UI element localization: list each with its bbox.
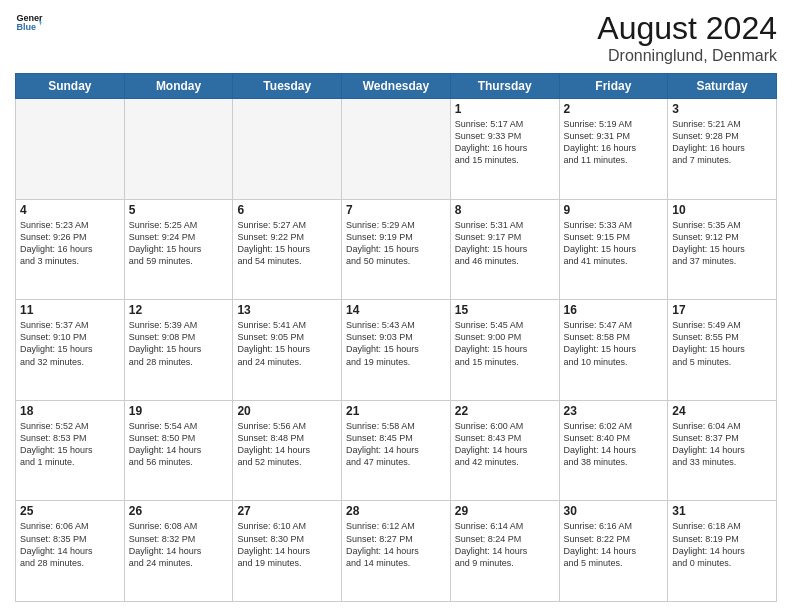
col-thursday: Thursday: [450, 74, 559, 99]
day-number: 1: [455, 102, 555, 116]
day-info: Sunrise: 6:16 AM Sunset: 8:22 PM Dayligh…: [564, 520, 664, 569]
day-number: 13: [237, 303, 337, 317]
table-row: 3Sunrise: 5:21 AM Sunset: 9:28 PM Daylig…: [668, 99, 777, 200]
day-info: Sunrise: 6:08 AM Sunset: 8:32 PM Dayligh…: [129, 520, 229, 569]
day-info: Sunrise: 5:52 AM Sunset: 8:53 PM Dayligh…: [20, 420, 120, 469]
day-number: 28: [346, 504, 446, 518]
table-row: 10Sunrise: 5:35 AM Sunset: 9:12 PM Dayli…: [668, 199, 777, 300]
day-info: Sunrise: 5:58 AM Sunset: 8:45 PM Dayligh…: [346, 420, 446, 469]
calendar-week-row: 25Sunrise: 6:06 AM Sunset: 8:35 PM Dayli…: [16, 501, 777, 602]
table-row: 29Sunrise: 6:14 AM Sunset: 8:24 PM Dayli…: [450, 501, 559, 602]
day-number: 6: [237, 203, 337, 217]
col-sunday: Sunday: [16, 74, 125, 99]
day-info: Sunrise: 6:18 AM Sunset: 8:19 PM Dayligh…: [672, 520, 772, 569]
day-number: 18: [20, 404, 120, 418]
day-number: 30: [564, 504, 664, 518]
day-number: 10: [672, 203, 772, 217]
table-row: 22Sunrise: 6:00 AM Sunset: 8:43 PM Dayli…: [450, 400, 559, 501]
day-info: Sunrise: 5:41 AM Sunset: 9:05 PM Dayligh…: [237, 319, 337, 368]
table-row: 17Sunrise: 5:49 AM Sunset: 8:55 PM Dayli…: [668, 300, 777, 401]
day-number: 27: [237, 504, 337, 518]
col-tuesday: Tuesday: [233, 74, 342, 99]
day-number: 9: [564, 203, 664, 217]
table-row: 23Sunrise: 6:02 AM Sunset: 8:40 PM Dayli…: [559, 400, 668, 501]
day-number: 12: [129, 303, 229, 317]
day-info: Sunrise: 5:49 AM Sunset: 8:55 PM Dayligh…: [672, 319, 772, 368]
table-row: 8Sunrise: 5:31 AM Sunset: 9:17 PM Daylig…: [450, 199, 559, 300]
table-row: 26Sunrise: 6:08 AM Sunset: 8:32 PM Dayli…: [124, 501, 233, 602]
calendar-week-row: 4Sunrise: 5:23 AM Sunset: 9:26 PM Daylig…: [16, 199, 777, 300]
table-row: 5Sunrise: 5:25 AM Sunset: 9:24 PM Daylig…: [124, 199, 233, 300]
table-row: 31Sunrise: 6:18 AM Sunset: 8:19 PM Dayli…: [668, 501, 777, 602]
day-number: 29: [455, 504, 555, 518]
day-info: Sunrise: 5:31 AM Sunset: 9:17 PM Dayligh…: [455, 219, 555, 268]
table-row: 9Sunrise: 5:33 AM Sunset: 9:15 PM Daylig…: [559, 199, 668, 300]
day-number: 17: [672, 303, 772, 317]
col-wednesday: Wednesday: [342, 74, 451, 99]
day-info: Sunrise: 5:23 AM Sunset: 9:26 PM Dayligh…: [20, 219, 120, 268]
day-info: Sunrise: 5:35 AM Sunset: 9:12 PM Dayligh…: [672, 219, 772, 268]
table-row: 6Sunrise: 5:27 AM Sunset: 9:22 PM Daylig…: [233, 199, 342, 300]
table-row: 30Sunrise: 6:16 AM Sunset: 8:22 PM Dayli…: [559, 501, 668, 602]
title-block: August 2024 Dronninglund, Denmark: [597, 10, 777, 65]
day-number: 20: [237, 404, 337, 418]
day-info: Sunrise: 5:17 AM Sunset: 9:33 PM Dayligh…: [455, 118, 555, 167]
month-year-title: August 2024: [597, 10, 777, 47]
table-row: [233, 99, 342, 200]
day-number: 2: [564, 102, 664, 116]
day-number: 7: [346, 203, 446, 217]
table-row: 14Sunrise: 5:43 AM Sunset: 9:03 PM Dayli…: [342, 300, 451, 401]
day-number: 8: [455, 203, 555, 217]
day-info: Sunrise: 5:43 AM Sunset: 9:03 PM Dayligh…: [346, 319, 446, 368]
table-row: [342, 99, 451, 200]
day-info: Sunrise: 6:14 AM Sunset: 8:24 PM Dayligh…: [455, 520, 555, 569]
table-row: 21Sunrise: 5:58 AM Sunset: 8:45 PM Dayli…: [342, 400, 451, 501]
day-info: Sunrise: 5:56 AM Sunset: 8:48 PM Dayligh…: [237, 420, 337, 469]
day-info: Sunrise: 5:45 AM Sunset: 9:00 PM Dayligh…: [455, 319, 555, 368]
day-info: Sunrise: 6:12 AM Sunset: 8:27 PM Dayligh…: [346, 520, 446, 569]
calendar-body: 1Sunrise: 5:17 AM Sunset: 9:33 PM Daylig…: [16, 99, 777, 602]
day-info: Sunrise: 5:54 AM Sunset: 8:50 PM Dayligh…: [129, 420, 229, 469]
location-subtitle: Dronninglund, Denmark: [597, 47, 777, 65]
svg-text:Blue: Blue: [16, 22, 36, 32]
table-row: 4Sunrise: 5:23 AM Sunset: 9:26 PM Daylig…: [16, 199, 125, 300]
calendar-table: Sunday Monday Tuesday Wednesday Thursday…: [15, 73, 777, 602]
day-number: 11: [20, 303, 120, 317]
day-info: Sunrise: 5:47 AM Sunset: 8:58 PM Dayligh…: [564, 319, 664, 368]
day-info: Sunrise: 5:39 AM Sunset: 9:08 PM Dayligh…: [129, 319, 229, 368]
day-info: Sunrise: 6:02 AM Sunset: 8:40 PM Dayligh…: [564, 420, 664, 469]
page: General Blue August 2024 Dronninglund, D…: [0, 0, 792, 612]
calendar-header-row: Sunday Monday Tuesday Wednesday Thursday…: [16, 74, 777, 99]
day-info: Sunrise: 5:37 AM Sunset: 9:10 PM Dayligh…: [20, 319, 120, 368]
table-row: 18Sunrise: 5:52 AM Sunset: 8:53 PM Dayli…: [16, 400, 125, 501]
day-info: Sunrise: 5:21 AM Sunset: 9:28 PM Dayligh…: [672, 118, 772, 167]
table-row: 12Sunrise: 5:39 AM Sunset: 9:08 PM Dayli…: [124, 300, 233, 401]
table-row: 25Sunrise: 6:06 AM Sunset: 8:35 PM Dayli…: [16, 501, 125, 602]
day-info: Sunrise: 6:06 AM Sunset: 8:35 PM Dayligh…: [20, 520, 120, 569]
table-row: 2Sunrise: 5:19 AM Sunset: 9:31 PM Daylig…: [559, 99, 668, 200]
table-row: 11Sunrise: 5:37 AM Sunset: 9:10 PM Dayli…: [16, 300, 125, 401]
table-row: 15Sunrise: 5:45 AM Sunset: 9:00 PM Dayli…: [450, 300, 559, 401]
table-row: 7Sunrise: 5:29 AM Sunset: 9:19 PM Daylig…: [342, 199, 451, 300]
day-number: 25: [20, 504, 120, 518]
day-number: 21: [346, 404, 446, 418]
table-row: 27Sunrise: 6:10 AM Sunset: 8:30 PM Dayli…: [233, 501, 342, 602]
table-row: [124, 99, 233, 200]
day-number: 15: [455, 303, 555, 317]
logo: General Blue: [15, 10, 43, 38]
day-info: Sunrise: 6:00 AM Sunset: 8:43 PM Dayligh…: [455, 420, 555, 469]
day-number: 24: [672, 404, 772, 418]
header: General Blue August 2024 Dronninglund, D…: [15, 10, 777, 65]
table-row: 28Sunrise: 6:12 AM Sunset: 8:27 PM Dayli…: [342, 501, 451, 602]
day-number: 23: [564, 404, 664, 418]
calendar-week-row: 11Sunrise: 5:37 AM Sunset: 9:10 PM Dayli…: [16, 300, 777, 401]
day-number: 5: [129, 203, 229, 217]
table-row: 16Sunrise: 5:47 AM Sunset: 8:58 PM Dayli…: [559, 300, 668, 401]
day-info: Sunrise: 5:27 AM Sunset: 9:22 PM Dayligh…: [237, 219, 337, 268]
col-friday: Friday: [559, 74, 668, 99]
day-number: 16: [564, 303, 664, 317]
day-number: 4: [20, 203, 120, 217]
col-saturday: Saturday: [668, 74, 777, 99]
day-info: Sunrise: 6:04 AM Sunset: 8:37 PM Dayligh…: [672, 420, 772, 469]
day-number: 3: [672, 102, 772, 116]
